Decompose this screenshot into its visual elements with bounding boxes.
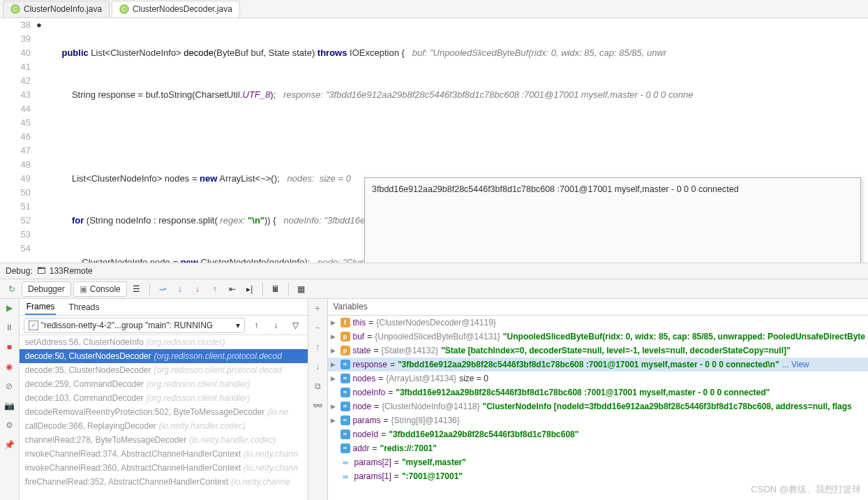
tab-console[interactable]: ▣Console bbox=[73, 281, 127, 297]
more-icon[interactable]: ▦ bbox=[294, 281, 309, 297]
step-out-button[interactable]: ↑ bbox=[207, 281, 223, 297]
filter-button[interactable]: ▽ bbox=[288, 318, 304, 333]
debug-label: Debug: bbox=[6, 266, 33, 276]
debug-config-icon: 🗔 bbox=[37, 266, 45, 276]
frame-row[interactable]: invokeChannelRead:374, AbstractChannelHa… bbox=[20, 447, 308, 461]
java-class-icon: C bbox=[10, 4, 20, 14]
stop-button[interactable]: ■ bbox=[3, 341, 15, 353]
debug-rail: ▶ ⏸ ■ ◉ ⊘ 📷 ⚙ 📌 bbox=[0, 299, 20, 500]
remove-watch-button[interactable]: － bbox=[311, 321, 324, 334]
java-class-icon: C bbox=[119, 4, 129, 14]
thread-select[interactable]: ✓"redisson-netty-4-2"...group "main": RU… bbox=[24, 318, 245, 333]
up-icon[interactable]: ↑ bbox=[311, 341, 324, 353]
mute-breakpoints-button[interactable]: ⊘ bbox=[3, 380, 15, 392]
frame-row[interactable]: callDecode:366, ReplayingDecoder(io.nett… bbox=[20, 419, 308, 433]
view-breakpoints-button[interactable]: ◉ bbox=[3, 360, 15, 373]
tab-label: ClusterNodesDecoder.java bbox=[133, 4, 232, 14]
down-icon[interactable]: ↓ bbox=[311, 360, 324, 373]
debug-config[interactable]: 133Remote bbox=[50, 266, 93, 276]
frame-row[interactable]: decode:50, ClusterNodesDecoder(org.redis… bbox=[20, 349, 308, 363]
variable-row[interactable]: =nodeInfo = "3fbdd16e912aa29b8f28c5446f3… bbox=[328, 385, 869, 399]
resume-button[interactable]: ▶ bbox=[3, 302, 15, 314]
snapshot-icon[interactable]: 📷 bbox=[3, 399, 15, 412]
debug-panels: ▶ ⏸ ■ ◉ ⊘ 📷 ⚙ 📌 Frames Threads ✓"redisso… bbox=[0, 299, 868, 500]
frame-list[interactable]: setAddress:56, ClusterNodeInfo(org.redis… bbox=[20, 335, 308, 500]
pin-icon[interactable]: 📌 bbox=[3, 439, 15, 451]
variable-row[interactable]: ▶fthis = {ClusterNodesDecoder@14119} bbox=[328, 316, 869, 330]
variable-row[interactable]: =nodeId = "3fbdd16e912aa29b8f28c5446f3bf… bbox=[328, 427, 869, 441]
value-tooltip: 3fbdd16e912aa29b8f28c5446f3bf8d1c78bc608… bbox=[364, 177, 861, 263]
frame-row[interactable]: decodeRemovalReentryProtection:502, Byte… bbox=[20, 405, 308, 419]
watermark: CSDN @教练、我想打篮球 bbox=[751, 483, 861, 496]
variable-row[interactable]: ▶pbuf = {UnpooledSlicedByteBuf@14131} "U… bbox=[328, 330, 869, 344]
marker-column: ● bbox=[36, 18, 49, 263]
frame-row[interactable]: decode:35, ClusterNodesDecoder(org.redis… bbox=[20, 363, 308, 377]
debug-toolbar: ↻ Debugger ▣Console ☰ ⤻ ↓ ↓ ↑ ⇤ ▸| 🖩 ▦ bbox=[0, 279, 868, 299]
tab-label: ClusterNodeInfo.java bbox=[24, 4, 102, 14]
variable-row[interactable]: =addr = "redis://:7001" bbox=[328, 441, 869, 455]
add-watch-button[interactable]: ＋ bbox=[311, 302, 324, 314]
next-frame-button[interactable]: ↓ bbox=[269, 318, 284, 333]
drop-frame-button[interactable]: ⇤ bbox=[225, 281, 240, 297]
variables-panel: Variables ▶fthis = {ClusterNodesDecoder@… bbox=[328, 299, 869, 500]
step-into-button[interactable]: ↓ bbox=[172, 281, 188, 297]
vars-rail: ＋ － ↑ ↓ ⧉ 👓 bbox=[308, 299, 328, 500]
variable-row[interactable]: ▶=node = {ClusterNodeInfo@14118} "Cluste… bbox=[328, 399, 869, 413]
variable-row[interactable]: ∞params[2] = "myself,master" bbox=[328, 455, 869, 469]
check-icon: ✓ bbox=[29, 321, 38, 330]
frame-row[interactable]: decode:259, CommandDecoder(org.redisson.… bbox=[20, 377, 308, 391]
frame-row[interactable]: invokeChannelRead:360, AbstractChannelHa… bbox=[20, 461, 308, 475]
frames-panel: Frames Threads ✓"redisson-netty-4-2"...g… bbox=[20, 299, 308, 500]
frame-row[interactable]: channelRead:278, ByteToMessageDecoder(io… bbox=[20, 433, 308, 447]
var-list[interactable]: ▶fthis = {ClusterNodesDecoder@14119}▶pbu… bbox=[328, 316, 869, 500]
frame-row[interactable]: setAddress:56, ClusterNodeInfo(org.redis… bbox=[20, 335, 308, 349]
variable-row[interactable]: ▶=params = {String[8]@14136} bbox=[328, 413, 869, 427]
threads-icon[interactable]: ☰ bbox=[129, 281, 144, 297]
pause-button[interactable]: ⏸ bbox=[3, 321, 15, 334]
debug-header: Debug: 🗔 133Remote bbox=[0, 263, 868, 279]
variable-row[interactable]: ▶pstate = {State@14132} "State [batchInd… bbox=[328, 344, 869, 358]
variable-row[interactable]: ▶=response = "3fbdd16e912aa29b8f28c5446f… bbox=[328, 358, 869, 372]
tab-debugger[interactable]: Debugger bbox=[22, 281, 71, 297]
evaluate-button[interactable]: 🖩 bbox=[268, 281, 283, 297]
tab-file-2[interactable]: CClusterNodesDecoder.java bbox=[112, 1, 240, 17]
editor-tabs: CClusterNodeInfo.java CClusterNodesDecod… bbox=[0, 0, 868, 18]
run-to-cursor-button[interactable]: ▸| bbox=[242, 281, 257, 297]
frame-row[interactable]: decode:103, CommandDecoder(org.redisson.… bbox=[20, 391, 308, 405]
vars-header: Variables bbox=[328, 299, 869, 316]
copy-icon[interactable]: ⧉ bbox=[311, 380, 324, 392]
rerun-button[interactable]: ↻ bbox=[4, 281, 20, 297]
code-editor[interactable]: 3839404142434445464748495051525354 ● pub… bbox=[0, 18, 868, 263]
variable-row[interactable]: ▶=nodes = {ArrayList@14134} size = 0 bbox=[328, 372, 869, 385]
tab-frames[interactable]: Frames bbox=[25, 300, 57, 315]
variable-row[interactable]: ∞params[1] = ":7001@17001" bbox=[328, 469, 869, 483]
frame-row[interactable]: fireChannelRead:352, AbstractChannelHand… bbox=[20, 475, 308, 489]
tab-threads[interactable]: Threads bbox=[67, 300, 100, 314]
glasses-icon[interactable]: 👓 bbox=[311, 399, 324, 412]
prev-frame-button[interactable]: ↑ bbox=[249, 318, 264, 333]
settings-icon[interactable]: ⚙ bbox=[3, 419, 15, 432]
step-over-button[interactable]: ⤻ bbox=[155, 281, 170, 297]
tab-file-1[interactable]: CClusterNodeInfo.java bbox=[3, 1, 110, 17]
force-step-into-button[interactable]: ↓ bbox=[190, 281, 205, 297]
gutter: 3839404142434445464748495051525354 bbox=[0, 18, 36, 263]
thread-selector-bar: ✓"redisson-netty-4-2"...group "main": RU… bbox=[20, 316, 308, 335]
